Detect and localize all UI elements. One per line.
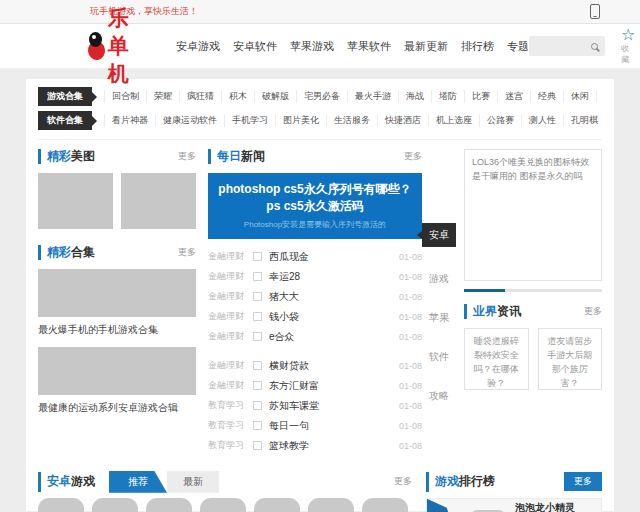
game-tag[interactable]: 海战 [398, 90, 431, 103]
nav-item[interactable]: 苹果游戏 [290, 39, 334, 54]
game-tag[interactable]: 破解版 [254, 90, 296, 103]
news-title[interactable]: 钱小袋 [269, 310, 299, 324]
news-category[interactable]: 金融理财 [208, 310, 250, 323]
ranking-more-button[interactable]: 更多 [564, 472, 602, 491]
android-games-more-link[interactable]: 更多 [394, 475, 412, 488]
game-tag[interactable]: 疯狂猜 [179, 90, 221, 103]
collection-caption[interactable]: 最健康的运动系列安卓游戏合辑 [38, 401, 196, 415]
mobile-phone-icon[interactable] [590, 4, 600, 19]
nav-item[interactable]: 安卓软件 [233, 39, 277, 54]
banner-title: photoshop cs5永久序列号有哪些？ps cs5永久激活码 [216, 181, 414, 216]
news-thumb-icon [253, 252, 262, 261]
software-tag[interactable]: 生活服务 [326, 114, 377, 127]
side-tab-apple[interactable]: 苹果 [422, 311, 456, 325]
app-icon[interactable] [254, 498, 300, 512]
industry-item[interactable]: 睡袋道服碎裂特效安全吗？在哪体验？ [464, 328, 529, 390]
industry-items: 睡袋道服碎裂特效安全吗？在哪体验？道友请留步手游大后期那个族厉害？ [464, 328, 602, 390]
news-category[interactable]: 教育学习 [208, 439, 250, 452]
news-title[interactable]: 苏知车课堂 [269, 399, 319, 413]
nav-item[interactable]: 安卓游戏 [176, 39, 220, 54]
nav-item[interactable]: 排行榜 [461, 39, 494, 54]
software-tag[interactable]: 手机学习 [224, 114, 275, 127]
news-category[interactable]: 教育学习 [208, 419, 250, 432]
app-icon[interactable] [308, 498, 354, 512]
android-games-section: 安卓 游戏 推荐 最新 更多 非常三国志-三 [38, 472, 412, 512]
software-tag[interactable]: 孔明棋 [563, 114, 602, 127]
app-icon[interactable] [362, 498, 408, 512]
software-tag[interactable]: 公路赛 [479, 114, 521, 127]
software-tag[interactable]: 看片神器 [104, 114, 155, 127]
tab-recommended[interactable]: 推荐 [109, 471, 167, 493]
gallery-more-link[interactable]: 更多 [178, 150, 196, 163]
game-tag[interactable]: 经典 [530, 90, 563, 103]
game-tag[interactable]: 迷宫 [497, 90, 530, 103]
news-title[interactable]: 猪大大 [269, 290, 299, 304]
software-collections-label[interactable]: 软件合集 [38, 111, 92, 130]
nav-item[interactable]: 最新更新 [404, 39, 448, 54]
search-input[interactable] [529, 36, 591, 56]
game-tag[interactable]: 塔防 [431, 90, 464, 103]
news-category[interactable]: 金融理财 [208, 290, 250, 303]
gallery-image[interactable] [121, 173, 196, 229]
news-featured-banner[interactable]: photoshop cs5永久序列号有哪些？ps cs5永久激活码 Photos… [208, 173, 422, 239]
news-category[interactable]: 金融理财 [208, 379, 250, 392]
news-title[interactable]: 篮球教学 [269, 439, 309, 453]
gallery-image[interactable] [38, 173, 113, 229]
game-tag[interactable]: 休闲 [563, 90, 596, 103]
rank-1-name[interactable]: 泡泡龙小精灵 [515, 501, 580, 512]
side-tab-software[interactable]: 软件 [422, 350, 456, 364]
news-date: 01-08 [399, 252, 422, 262]
news-title[interactable]: 横财贷款 [269, 359, 309, 373]
industry-more-link[interactable]: 更多 [584, 305, 602, 318]
app-icon[interactable] [200, 498, 246, 512]
collection-image[interactable] [38, 269, 196, 317]
news-title[interactable]: e合众 [269, 330, 295, 344]
game-tag[interactable]: 宅男必备 [296, 90, 347, 103]
collection-image[interactable] [38, 347, 196, 395]
rank-1-card[interactable]: 1 泡泡龙小精灵 大小：1.00 MB 分类：益智休闲 版本：1.0.0.215 [426, 498, 602, 512]
game-collections-label[interactable]: 游戏合集 [38, 87, 92, 106]
nav-item[interactable]: 苹果软件 [347, 39, 391, 54]
news-title[interactable]: 西瓜现金 [269, 250, 309, 264]
side-tab-android[interactable]: 安卓 [422, 223, 456, 247]
side-tab-games[interactable]: 游戏 [422, 272, 456, 286]
carousel-progress-bar[interactable] [464, 289, 602, 292]
favorite-button[interactable]: ☆ 收藏 [621, 28, 635, 65]
game-tag[interactable]: 荣耀 [146, 90, 179, 103]
news-more-link[interactable]: 更多 [404, 150, 422, 163]
news-title[interactable]: 每日一句 [269, 419, 309, 433]
game-tag[interactable]: 最火手游 [347, 90, 398, 103]
news-title[interactable]: 幸运28 [269, 270, 300, 284]
software-tag[interactable]: 健康运动软件 [155, 114, 224, 127]
news-date: 01-08 [399, 441, 422, 451]
page-background: 游戏合集 回合制荣耀疯狂猜积木破解版宅男必备最火手游海战塔防比赛迷宫经典休闲恐怖… [0, 69, 640, 511]
news-category[interactable]: 金融理财 [208, 270, 250, 283]
collection-caption[interactable]: 最火爆手机的手机游戏合集 [38, 323, 196, 337]
software-tag[interactable]: 图片美化 [275, 114, 326, 127]
industry-header: 业界 资讯 更多 [464, 304, 602, 319]
search-icon[interactable] [591, 43, 598, 50]
collections-more-link[interactable]: 更多 [178, 246, 196, 259]
software-tag[interactable]: 机上选座 [428, 114, 479, 127]
software-tag[interactable]: 快捷酒店 [377, 114, 428, 127]
tab-newest[interactable]: 最新 [167, 471, 219, 493]
game-tag[interactable]: 积木 [221, 90, 254, 103]
game-tag[interactable]: 回合制 [104, 90, 146, 103]
industry-featured-box[interactable]: LOL36个唯美兑换的图标特效是干嘛用的 图标是永久的吗 [464, 149, 602, 281]
game-tag[interactable]: 比赛 [464, 90, 497, 103]
site-logo[interactable]: 乐单机 [88, 4, 144, 88]
news-category[interactable]: 金融理财 [208, 359, 250, 372]
industry-item[interactable]: 道友请留步手游大后期那个族厉害？ [538, 328, 603, 390]
news-category[interactable]: 金融理财 [208, 330, 250, 343]
news-title[interactable]: 东方汇财富 [269, 379, 319, 393]
game-tag[interactable]: 恐怖 [596, 90, 602, 103]
app-icon[interactable] [38, 498, 84, 512]
news-category[interactable]: 教育学习 [208, 399, 250, 412]
side-tab-guides[interactable]: 攻略 [422, 389, 456, 403]
app-icon[interactable] [146, 498, 192, 512]
nav-item[interactable]: 专题 [507, 39, 529, 54]
news-date: 01-08 [399, 312, 422, 322]
software-tag[interactable]: 测人性 [521, 114, 563, 127]
news-category[interactable]: 金融理财 [208, 250, 250, 263]
app-icon[interactable] [92, 498, 138, 512]
